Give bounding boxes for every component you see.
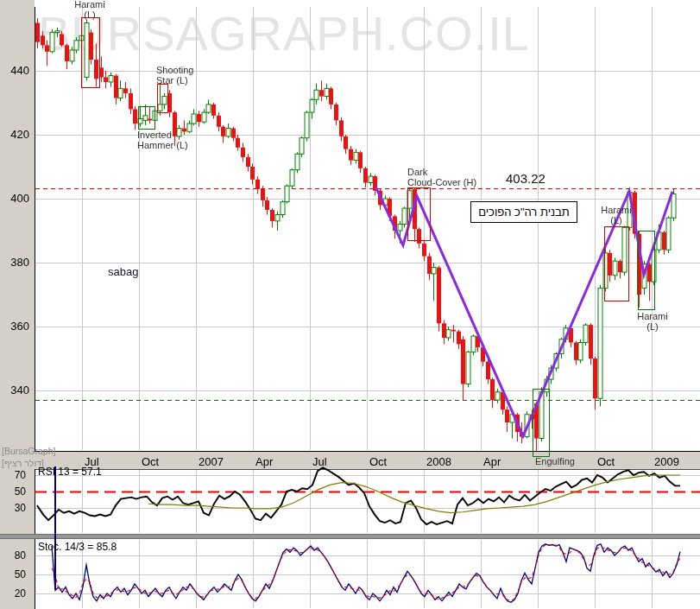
y-axis-line-lower	[35, 469, 35, 609]
engulfing-box	[533, 389, 550, 457]
x-axis-label: 2008	[426, 455, 451, 468]
chart-application: BURSAGRAPH.CO.IL 440420400380360340JulOc…	[0, 0, 700, 609]
rsi-tick-label: 30	[5, 502, 26, 514]
harami-2-label: Harami (L)	[601, 206, 631, 225]
shooting-star-box	[157, 84, 168, 113]
x-axis-label: Oct	[142, 455, 159, 468]
x-axis-label: Oct	[369, 455, 387, 468]
x-axis-label: 2007	[199, 455, 224, 468]
stoch-tick-label: 50	[5, 568, 26, 580]
chart-canvas	[0, 0, 700, 609]
hebrew-note-box[interactable]: תבנית רה"כ הפוכים	[470, 201, 577, 223]
rsi-tick-label: 50	[5, 485, 26, 498]
stoch-tick-label: 20	[5, 587, 26, 599]
price-level-label: 403.22	[506, 171, 545, 186]
dark-cloud-cover-box	[407, 187, 431, 241]
x-axis-label: 2009	[654, 455, 679, 468]
harami-2-box	[604, 226, 629, 301]
shooting-star-label: Shooting Star (L)	[156, 66, 193, 86]
inverted-hammer-label: Inverted Hammer (L)	[137, 130, 188, 150]
stochastic-value-label: Stoc. 14/3 = 85.8	[38, 541, 117, 553]
x-axis-label: Jul	[312, 455, 327, 468]
x-axis-label: Apr	[255, 455, 273, 468]
harami-1-box	[81, 17, 100, 88]
y-axis-label: 360	[5, 320, 29, 333]
harami-1-label: Harami (L)	[74, 0, 104, 20]
inverted-hammer-box	[138, 106, 155, 130]
harami-3-box	[638, 231, 655, 310]
x-axis-line	[35, 451, 700, 452]
sabag-annotation: sabag	[108, 265, 138, 278]
y-axis-label: 440	[5, 64, 29, 77]
y-axis-label: 340	[5, 384, 29, 396]
rsi-value-label: RSI 13 = 57.1	[38, 466, 102, 478]
x-axis-label: Oct	[597, 455, 615, 468]
rsi-tick-label: 70	[5, 469, 26, 481]
crosshair-line	[54, 466, 56, 589]
y-axis-line	[35, 7, 35, 451]
harami-3-label: Harami (L)	[637, 312, 667, 332]
y-axis-label: 420	[5, 128, 29, 141]
engulfing-label: Engulfing	[535, 457, 575, 467]
dark-cloud-cover-label: Dark Cloud-Cover (H)	[407, 168, 476, 187]
stoch-tick-label: 80	[5, 549, 26, 561]
y-axis-label: 400	[5, 192, 29, 205]
bursagraph-label: [BursaGraph]	[2, 446, 55, 456]
y-axis-label: 380	[5, 256, 29, 269]
x-axis-label: Apr	[483, 455, 501, 468]
panel-divider[interactable]	[0, 534, 700, 539]
